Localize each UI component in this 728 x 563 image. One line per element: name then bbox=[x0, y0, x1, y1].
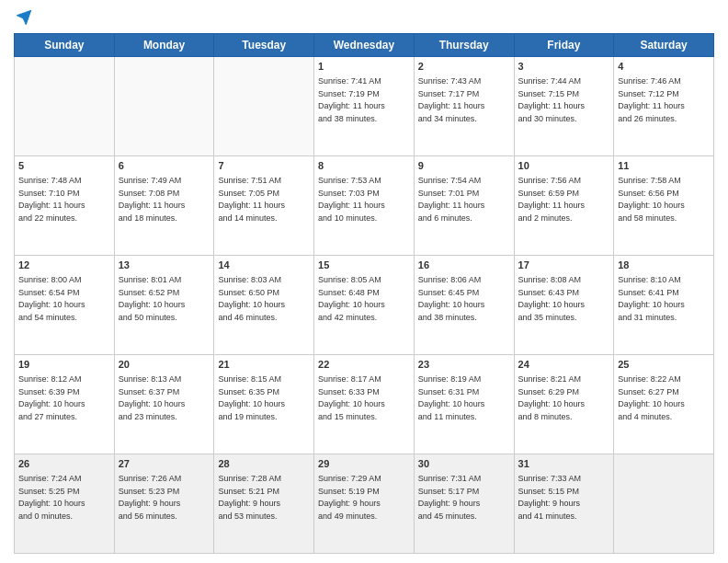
day-header-thursday: Thursday bbox=[414, 34, 514, 57]
calendar-day-25: 25Sunrise: 8:22 AM Sunset: 6:27 PM Dayli… bbox=[614, 355, 714, 454]
day-number: 4 bbox=[618, 60, 710, 74]
day-info: Sunrise: 8:08 AM Sunset: 6:43 PM Dayligh… bbox=[518, 274, 610, 324]
calendar-day-29: 29Sunrise: 7:29 AM Sunset: 5:19 PM Dayli… bbox=[314, 454, 415, 554]
calendar-day-14: 14Sunrise: 8:03 AM Sunset: 6:50 PM Dayli… bbox=[214, 256, 314, 355]
calendar-week-row: 19Sunrise: 8:12 AM Sunset: 6:39 PM Dayli… bbox=[15, 355, 714, 454]
day-number: 6 bbox=[119, 159, 210, 173]
day-number: 16 bbox=[418, 259, 510, 272]
day-info: Sunrise: 7:51 AM Sunset: 7:05 PM Dayligh… bbox=[218, 175, 310, 224]
calendar-week-row: 26Sunrise: 7:24 AM Sunset: 5:25 PM Dayli… bbox=[15, 454, 714, 554]
day-info: Sunrise: 7:44 AM Sunset: 7:15 PM Dayligh… bbox=[518, 75, 610, 125]
day-number: 20 bbox=[119, 358, 210, 372]
calendar-day-19: 19Sunrise: 8:12 AM Sunset: 6:39 PM Dayli… bbox=[15, 355, 115, 454]
calendar-day-23: 23Sunrise: 8:19 AM Sunset: 6:31 PM Dayli… bbox=[414, 355, 514, 454]
day-info: Sunrise: 8:01 AM Sunset: 6:52 PM Dayligh… bbox=[119, 274, 210, 324]
day-number: 11 bbox=[618, 159, 710, 173]
day-number: 5 bbox=[18, 159, 110, 173]
day-info: Sunrise: 8:15 AM Sunset: 6:35 PM Dayligh… bbox=[218, 373, 310, 423]
day-info: Sunrise: 7:28 AM Sunset: 5:21 PM Dayligh… bbox=[218, 473, 310, 523]
calendar-day-2: 2Sunrise: 7:43 AM Sunset: 7:17 PM Daylig… bbox=[414, 57, 514, 156]
day-number: 13 bbox=[119, 259, 210, 272]
calendar-day-18: 18Sunrise: 8:10 AM Sunset: 6:41 PM Dayli… bbox=[614, 256, 714, 355]
calendar-day-13: 13Sunrise: 8:01 AM Sunset: 6:52 PM Dayli… bbox=[114, 256, 214, 355]
day-info: Sunrise: 7:48 AM Sunset: 7:10 PM Dayligh… bbox=[18, 175, 110, 224]
day-number: 7 bbox=[218, 159, 310, 173]
day-number: 30 bbox=[418, 457, 510, 471]
day-number: 10 bbox=[518, 159, 610, 173]
calendar-day-15: 15Sunrise: 8:05 AM Sunset: 6:48 PM Dayli… bbox=[314, 256, 415, 355]
day-number: 22 bbox=[318, 358, 410, 372]
calendar-day-24: 24Sunrise: 8:21 AM Sunset: 6:29 PM Dayli… bbox=[514, 355, 614, 454]
calendar-day-8: 8Sunrise: 7:53 AM Sunset: 7:03 PM Daylig… bbox=[314, 156, 415, 256]
day-number: 2 bbox=[418, 60, 510, 74]
calendar-day-17: 17Sunrise: 8:08 AM Sunset: 6:43 PM Dayli… bbox=[514, 256, 614, 355]
day-number: 15 bbox=[318, 259, 410, 272]
day-info: Sunrise: 7:31 AM Sunset: 5:17 PM Dayligh… bbox=[418, 473, 510, 523]
calendar-day-9: 9Sunrise: 7:54 AM Sunset: 7:01 PM Daylig… bbox=[414, 156, 514, 256]
calendar-week-row: 12Sunrise: 8:00 AM Sunset: 6:54 PM Dayli… bbox=[15, 256, 714, 355]
day-info: Sunrise: 8:17 AM Sunset: 6:33 PM Dayligh… bbox=[318, 373, 410, 423]
day-header-monday: Monday bbox=[114, 34, 214, 57]
logo bbox=[14, 9, 32, 26]
day-info: Sunrise: 8:10 AM Sunset: 6:41 PM Dayligh… bbox=[618, 274, 710, 324]
day-number: 21 bbox=[218, 358, 310, 372]
day-header-friday: Friday bbox=[514, 34, 614, 57]
day-number: 28 bbox=[218, 457, 310, 471]
day-number: 12 bbox=[18, 259, 110, 272]
calendar-day-21: 21Sunrise: 8:15 AM Sunset: 6:35 PM Dayli… bbox=[214, 355, 314, 454]
calendar-day-4: 4Sunrise: 7:46 AM Sunset: 7:12 PM Daylig… bbox=[614, 57, 714, 156]
day-number: 14 bbox=[218, 259, 310, 272]
day-info: Sunrise: 7:24 AM Sunset: 5:25 PM Dayligh… bbox=[18, 473, 110, 523]
calendar-day-12: 12Sunrise: 8:00 AM Sunset: 6:54 PM Dayli… bbox=[15, 256, 115, 355]
calendar-table: SundayMondayTuesdayWednesdayThursdayFrid… bbox=[14, 33, 714, 554]
calendar-day-3: 3Sunrise: 7:44 AM Sunset: 7:15 PM Daylig… bbox=[514, 57, 614, 156]
calendar-week-row: 1Sunrise: 7:41 AM Sunset: 7:19 PM Daylig… bbox=[15, 57, 714, 156]
day-info: Sunrise: 7:33 AM Sunset: 5:15 PM Dayligh… bbox=[518, 473, 610, 523]
day-header-saturday: Saturday bbox=[614, 34, 714, 57]
day-info: Sunrise: 7:46 AM Sunset: 7:12 PM Dayligh… bbox=[618, 75, 710, 125]
calendar-day-26: 26Sunrise: 7:24 AM Sunset: 5:25 PM Dayli… bbox=[15, 454, 115, 554]
day-info: Sunrise: 8:05 AM Sunset: 6:48 PM Dayligh… bbox=[318, 274, 410, 324]
calendar-day-6: 6Sunrise: 7:49 AM Sunset: 7:08 PM Daylig… bbox=[114, 156, 214, 256]
calendar-day-10: 10Sunrise: 7:56 AM Sunset: 6:59 PM Dayli… bbox=[514, 156, 614, 256]
day-info: Sunrise: 7:29 AM Sunset: 5:19 PM Dayligh… bbox=[318, 473, 410, 523]
day-number: 17 bbox=[518, 259, 610, 272]
calendar-day-16: 16Sunrise: 8:06 AM Sunset: 6:45 PM Dayli… bbox=[414, 256, 514, 355]
day-info: Sunrise: 8:00 AM Sunset: 6:54 PM Dayligh… bbox=[18, 274, 110, 324]
day-number: 29 bbox=[318, 457, 410, 471]
day-header-tuesday: Tuesday bbox=[214, 34, 314, 57]
calendar-day-empty bbox=[15, 57, 115, 156]
calendar-day-28: 28Sunrise: 7:28 AM Sunset: 5:21 PM Dayli… bbox=[214, 454, 314, 554]
day-info: Sunrise: 7:49 AM Sunset: 7:08 PM Dayligh… bbox=[119, 175, 210, 224]
day-number: 19 bbox=[18, 358, 110, 372]
calendar-day-11: 11Sunrise: 7:58 AM Sunset: 6:56 PM Dayli… bbox=[614, 156, 714, 256]
calendar-day-1: 1Sunrise: 7:41 AM Sunset: 7:19 PM Daylig… bbox=[314, 57, 415, 156]
day-number: 31 bbox=[518, 457, 610, 471]
day-number: 27 bbox=[119, 457, 210, 471]
calendar-day-7: 7Sunrise: 7:51 AM Sunset: 7:05 PM Daylig… bbox=[214, 156, 314, 256]
day-number: 24 bbox=[518, 358, 610, 372]
calendar-day-31: 31Sunrise: 7:33 AM Sunset: 5:15 PM Dayli… bbox=[514, 454, 614, 554]
day-info: Sunrise: 8:13 AM Sunset: 6:37 PM Dayligh… bbox=[119, 373, 210, 423]
header bbox=[14, 9, 714, 26]
day-info: Sunrise: 7:58 AM Sunset: 6:56 PM Dayligh… bbox=[618, 175, 710, 224]
calendar-day-20: 20Sunrise: 8:13 AM Sunset: 6:37 PM Dayli… bbox=[114, 355, 214, 454]
calendar-day-5: 5Sunrise: 7:48 AM Sunset: 7:10 PM Daylig… bbox=[15, 156, 115, 256]
day-number: 3 bbox=[518, 60, 610, 74]
day-info: Sunrise: 7:43 AM Sunset: 7:17 PM Dayligh… bbox=[418, 75, 510, 125]
day-info: Sunrise: 8:22 AM Sunset: 6:27 PM Dayligh… bbox=[618, 373, 710, 423]
calendar-day-27: 27Sunrise: 7:26 AM Sunset: 5:23 PM Dayli… bbox=[114, 454, 214, 554]
calendar-day-30: 30Sunrise: 7:31 AM Sunset: 5:17 PM Dayli… bbox=[414, 454, 514, 554]
day-header-wednesday: Wednesday bbox=[314, 34, 415, 57]
day-number: 1 bbox=[318, 60, 410, 74]
day-header-sunday: Sunday bbox=[15, 34, 115, 57]
day-info: Sunrise: 7:56 AM Sunset: 6:59 PM Dayligh… bbox=[518, 175, 610, 224]
day-number: 23 bbox=[418, 358, 510, 372]
calendar-day-empty bbox=[614, 454, 714, 554]
day-info: Sunrise: 7:41 AM Sunset: 7:19 PM Dayligh… bbox=[318, 75, 410, 125]
day-info: Sunrise: 8:06 AM Sunset: 6:45 PM Dayligh… bbox=[418, 274, 510, 324]
day-info: Sunrise: 7:26 AM Sunset: 5:23 PM Dayligh… bbox=[119, 473, 210, 523]
page: SundayMondayTuesdayWednesdayThursdayFrid… bbox=[0, 0, 728, 563]
day-info: Sunrise: 7:53 AM Sunset: 7:03 PM Dayligh… bbox=[318, 175, 410, 224]
calendar-week-row: 5Sunrise: 7:48 AM Sunset: 7:10 PM Daylig… bbox=[15, 156, 714, 256]
